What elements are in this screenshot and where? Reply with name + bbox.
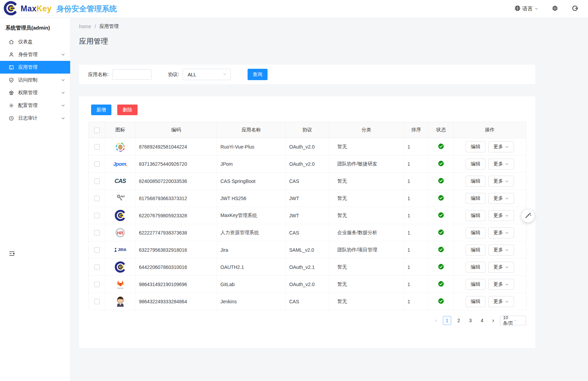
edit-button[interactable]: 编辑 (466, 159, 486, 170)
row-checkbox[interactable] (94, 264, 100, 270)
row-checkbox[interactable] (94, 178, 100, 184)
row-actions-cell: 编辑更多 (454, 173, 526, 190)
more-button[interactable]: 更多 (488, 141, 514, 152)
chevron-down-icon (505, 214, 509, 218)
app-code-cell: 644220607860310016 (135, 259, 217, 276)
jwt-logo-icon: JWT (105, 193, 135, 204)
sidebar-item-config[interactable]: 配置管理 (0, 99, 70, 112)
row-checkbox[interactable] (94, 144, 100, 150)
sidebar-item-identity[interactable]: 身份管理 (0, 48, 70, 61)
edit-button[interactable]: 编辑 (466, 193, 486, 204)
page-size-select[interactable]: 10 条/页 (500, 316, 526, 325)
app-category-cell: 暂无 (329, 173, 404, 190)
app-protocol-cell: JWT (286, 190, 329, 207)
sidebar-item-permission[interactable]: 权限管理 (0, 86, 70, 99)
sidebar-item-dashboard[interactable]: 仪表盘 (0, 35, 70, 48)
pagination-page-4[interactable]: 4 (478, 316, 486, 325)
maxkey-logo-icon (105, 210, 135, 221)
pagination: ‹ 1234 › 10 条/页 (88, 316, 526, 325)
app-protocol-cell: OAuth_v2.0 (286, 276, 329, 293)
row-checkbox[interactable] (94, 282, 100, 287)
more-button[interactable]: 更多 (488, 262, 514, 273)
status-enabled-icon (438, 283, 444, 288)
status-enabled-icon (438, 214, 444, 219)
jpom-logo-icon: Jpom. (105, 161, 135, 166)
app-protocol-cell: CAS (286, 293, 329, 310)
status-enabled-icon (438, 265, 444, 271)
row-checkbox[interactable] (94, 196, 100, 201)
edit-button[interactable]: 编辑 (466, 262, 486, 273)
pagination-page-3[interactable]: 3 (466, 316, 475, 325)
edit-button[interactable]: 编辑 (466, 279, 486, 290)
edit-button[interactable]: 编辑 (466, 141, 486, 152)
more-button[interactable]: 更多 (488, 210, 514, 221)
search-button[interactable]: 查询 (248, 69, 268, 80)
app-protocol-cell: OAuth_v2.0 (286, 138, 329, 155)
table-row: HR622227747938373638人力资源管理系统CAS企业服务/数据分析… (89, 224, 526, 241)
app-sort-cell: 1 (404, 207, 429, 224)
row-actions-cell: 编辑更多 (454, 259, 526, 276)
column-header: 协议 (286, 122, 329, 138)
pagination-page-2[interactable]: 2 (455, 316, 463, 325)
sidebar-item-apps[interactable]: 应用管理 (0, 61, 70, 74)
sidebar-item-access[interactable]: 访问控制 (0, 74, 70, 86)
column-header: 应用名称 (217, 122, 286, 138)
maxkey-logo-icon (105, 261, 135, 273)
more-button[interactable]: 更多 (488, 296, 514, 307)
row-checkbox[interactable] (94, 161, 100, 167)
edit-button[interactable]: 编辑 (466, 227, 486, 238)
logout-button[interactable] (571, 5, 578, 13)
floating-tool-button[interactable] (521, 209, 534, 222)
row-checkbox[interactable] (94, 230, 100, 236)
edit-button[interactable]: 编辑 (466, 296, 486, 307)
add-button[interactable]: 新增 (91, 105, 111, 115)
app-protocol-cell: OAuth_v2.1 (286, 259, 329, 276)
app-code-cell: 824008507220033536 (135, 173, 217, 190)
app-status-cell (429, 259, 454, 276)
delete-button[interactable]: 删除 (117, 105, 138, 115)
column-header: 分类 (329, 122, 404, 138)
edit-button[interactable]: 编辑 (466, 176, 486, 187)
more-button[interactable]: 更多 (488, 279, 514, 290)
pagination-pages: 1234 (443, 316, 486, 325)
sidebar-item-label: 配置管理 (18, 102, 61, 109)
breadcrumb-home[interactable]: home (79, 24, 91, 29)
app-sort-cell: 1 (404, 241, 429, 259)
more-button[interactable]: 更多 (488, 193, 514, 204)
app-category-cell: 团队协作/敏捷研发 (329, 155, 404, 173)
protocol-select[interactable]: ALL (183, 69, 231, 80)
cas-logo-icon: CAS (105, 178, 135, 184)
table-row: Jpom.837136275440926720JPomOAuth_v2.0团队协… (89, 155, 526, 173)
hr-logo-icon: HR (105, 227, 135, 238)
select-all-checkbox[interactable] (94, 128, 100, 133)
settings-button[interactable] (552, 5, 558, 13)
more-button[interactable]: 更多 (488, 159, 514, 170)
edit-button[interactable]: 编辑 (466, 244, 486, 255)
more-button[interactable]: 更多 (488, 227, 514, 238)
pagination-prev-button[interactable]: ‹ (433, 317, 439, 324)
pagination-next-button[interactable]: › (490, 317, 497, 324)
gitlab-logo-icon: GitLab (105, 280, 135, 289)
sidebar-item-audit[interactable]: 日志审计 (0, 112, 70, 124)
language-switcher[interactable]: 语言 (514, 5, 538, 12)
row-checkbox[interactable] (94, 213, 100, 218)
row-select-cell (89, 138, 105, 155)
sidebar-collapse-button[interactable] (9, 250, 15, 258)
app-name-cell: RuoYi-Vue-Plus (217, 138, 286, 155)
app-protocol-cell: OAuth_v2.0 (286, 155, 329, 173)
pagination-page-1[interactable]: 1 (443, 316, 451, 325)
more-button[interactable]: 更多 (488, 244, 514, 255)
more-button[interactable]: 更多 (488, 176, 514, 187)
app-name-input[interactable] (112, 69, 152, 80)
chevron-down-icon (505, 248, 509, 252)
row-select-cell (89, 293, 105, 310)
edit-button[interactable]: 编辑 (466, 210, 486, 221)
app-protocol-cell: JWT (286, 207, 329, 224)
row-actions-cell: 编辑更多 (454, 155, 526, 173)
row-checkbox[interactable] (94, 299, 100, 304)
chevron-down-icon (505, 196, 509, 200)
app-code-cell: 817568793663373312 (135, 190, 217, 207)
table-row: GitLab986431492190109696GitLabOAuth_v2.0… (89, 276, 526, 293)
row-checkbox[interactable] (94, 247, 100, 253)
app-protocol-cell: CAS (286, 224, 329, 241)
